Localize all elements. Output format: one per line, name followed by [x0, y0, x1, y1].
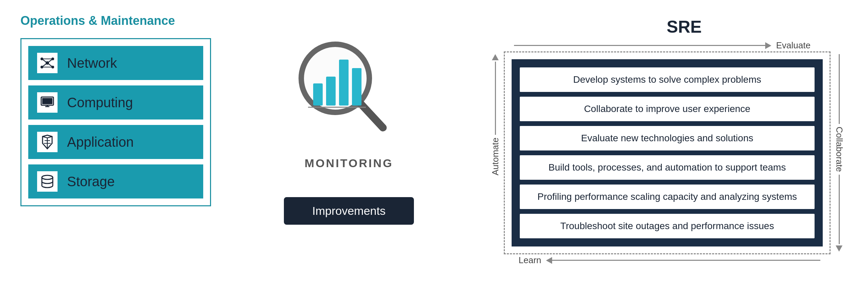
svg-line-5	[42, 59, 47, 63]
ops-item-application: Application	[28, 125, 203, 159]
ops-box: Network Computing	[20, 38, 211, 206]
label-evaluate: Evaluate	[776, 40, 820, 51]
application-icon	[37, 132, 58, 152]
sre-item-2: Collaborate to improve user experience	[520, 97, 815, 121]
application-label: Application	[67, 134, 134, 150]
sre-outer: Evaluate Automate Develop systems to sol…	[487, 40, 848, 266]
network-icon	[37, 53, 58, 73]
improvements-button[interactable]: Improvements	[284, 197, 414, 225]
label-automate: Automate	[490, 135, 501, 178]
sre-dashed-container: Automate Develop systems to solve comple…	[487, 51, 848, 254]
network-label: Network	[67, 55, 117, 71]
ops-item-network: Network	[28, 46, 203, 80]
sre-item-6: Troubleshoot site outages and performanc…	[520, 214, 815, 238]
ops-item-storage: Storage	[28, 164, 203, 198]
sre-item-4: Build tools, processes, and automation t…	[520, 155, 815, 180]
storage-label: Storage	[67, 174, 115, 189]
svg-rect-20	[313, 83, 323, 106]
storage-icon	[37, 171, 58, 192]
right-section: SRE Evaluate Automate	[487, 14, 848, 266]
sre-item-5: Profiling performance scaling capacity a…	[520, 185, 815, 209]
monitoring-graphic	[291, 34, 407, 150]
middle-section: MONITORING Improvements	[211, 14, 487, 225]
sre-item-1: Develop systems to solve complex problem…	[520, 67, 815, 92]
computing-label: Computing	[67, 95, 133, 110]
svg-rect-23	[352, 68, 361, 106]
svg-line-6	[47, 59, 53, 63]
sre-item-3: Evaluate new technologies and solutions	[520, 126, 815, 150]
sre-title: SRE	[487, 17, 848, 37]
dashed-box-wrapper: Develop systems to solve complex problem…	[504, 51, 831, 254]
computing-icon	[37, 92, 58, 113]
sre-inner-box: Develop systems to solve complex problem…	[512, 59, 823, 246]
dashed-border: Develop systems to solve complex problem…	[504, 51, 831, 254]
ops-item-computing: Computing	[28, 85, 203, 119]
monitoring-label: MONITORING	[305, 157, 393, 170]
svg-line-8	[47, 63, 53, 67]
ops-title: Operations & Maintenance	[20, 14, 211, 28]
page-container: Operations & Maintenance	[0, 0, 868, 303]
label-learn: Learn	[514, 255, 541, 266]
svg-rect-22	[339, 60, 349, 106]
svg-line-7	[42, 63, 47, 67]
svg-point-17	[42, 175, 53, 179]
left-section: Operations & Maintenance	[20, 14, 211, 206]
label-collaborate: Collaborate	[834, 124, 845, 175]
svg-rect-14	[42, 98, 52, 104]
svg-rect-21	[326, 77, 336, 106]
